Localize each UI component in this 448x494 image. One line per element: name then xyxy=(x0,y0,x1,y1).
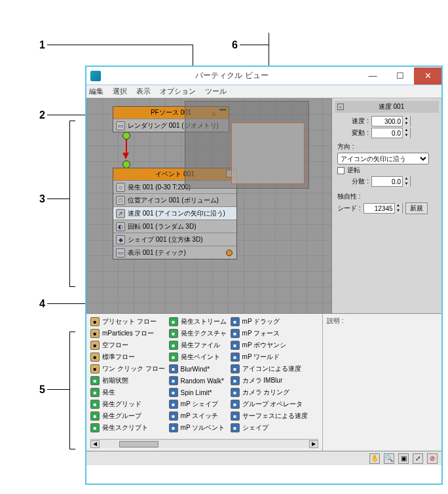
no-zoom-icon[interactable]: ⊘ xyxy=(427,453,438,464)
speed-input[interactable] xyxy=(372,118,402,125)
depot-item[interactable]: ■発生スクリプト xyxy=(90,423,165,433)
depot-item-label: サーフェスによる速度 xyxy=(242,411,308,421)
menu-edit[interactable]: 編集 xyxy=(89,86,103,96)
depot-item[interactable]: ■発生 xyxy=(90,387,165,398)
depot-item[interactable]: ■BlurWind* xyxy=(169,364,227,374)
operator-row[interactable]: ↗速度 001 (アイコンの矢印に沿う) xyxy=(113,206,236,219)
output-port[interactable] xyxy=(122,132,130,140)
depot-item[interactable]: ■mParticles フロー xyxy=(90,328,165,339)
depot-item-label: アイコンによる速度 xyxy=(242,364,301,373)
menu-select[interactable]: 選択 xyxy=(113,86,127,96)
depot-hscrollbar[interactable]: ◀ ▶ xyxy=(90,439,318,448)
props-title: 速度 001 xyxy=(346,102,436,111)
depot-item[interactable]: ■発生グリッド xyxy=(90,399,165,409)
seed-spinner[interactable]: ▲▼ xyxy=(364,203,403,214)
depot-item-label: BlurWind* xyxy=(181,366,210,373)
depot-item-label: mP ボウヤンシ xyxy=(242,341,287,350)
menu-options[interactable]: オプション xyxy=(160,86,196,96)
depot-item[interactable]: ■発生ペイント xyxy=(169,352,227,362)
variation-spinner[interactable]: ▲▼ xyxy=(371,128,411,138)
operator-row[interactable]: ◐回転 001 (ランダム 3D) xyxy=(113,219,236,233)
depot-item[interactable]: ■カメラ IMBlur xyxy=(231,375,308,386)
depot-item-icon: ■ xyxy=(231,388,240,397)
depot-item-icon: ■ xyxy=(90,352,100,362)
speed-spinner[interactable]: ▲▼ xyxy=(371,116,411,126)
depot-item-icon: ■ xyxy=(231,400,240,409)
depot-item[interactable]: ■空フロー xyxy=(90,340,165,351)
zoom-icon[interactable]: 🔍 xyxy=(384,453,394,464)
operator-icon: ◆ xyxy=(116,235,125,244)
depot-item[interactable]: ■初期状態 xyxy=(90,375,165,386)
depot-item-label: シェイプ xyxy=(242,423,269,432)
depot-item[interactable]: ■シェイプ xyxy=(231,423,308,433)
operator-label: 速度 001 (アイコンの矢印に沿う) xyxy=(128,209,225,218)
depot-item[interactable]: ■サーフェスによる速度 xyxy=(231,411,308,421)
depot-item-label: 発生テクスチャ xyxy=(181,329,227,338)
variation-input[interactable] xyxy=(372,130,402,137)
operator-row[interactable]: □位置アイコン 001 (ボリューム) xyxy=(113,193,236,206)
depot-item[interactable]: ■アイコンによる速度 xyxy=(231,364,308,374)
divergence-input[interactable] xyxy=(372,178,402,185)
divergence-spinner[interactable]: ▲▼ xyxy=(371,176,411,187)
depot-item[interactable]: ■発生グループ xyxy=(90,411,165,421)
depot-item[interactable]: ■Random Walk* xyxy=(169,375,227,386)
zoom-region-icon[interactable]: ▣ xyxy=(398,453,409,464)
menu-tools[interactable]: ツール xyxy=(205,86,227,96)
callout-6: 6 xyxy=(232,39,238,51)
depot-item[interactable]: ■発生ファイル xyxy=(169,340,227,351)
depot-item[interactable]: ■カメラ カリング xyxy=(231,387,308,398)
maximize-button[interactable]: ☐ xyxy=(386,67,414,85)
depot-item-label: カメラ カリング xyxy=(242,388,290,397)
reverse-label: 逆転 xyxy=(347,166,360,175)
depot-item[interactable]: ■mP フォース xyxy=(231,328,308,339)
operator-row[interactable]: ▭表示 001 (ティック) xyxy=(113,246,236,259)
depot-item[interactable]: ■Spin Limit* xyxy=(169,387,227,398)
new-seed-button[interactable]: 新規 xyxy=(405,202,428,214)
depot-item-icon: ■ xyxy=(169,317,178,326)
depot-item-icon: ■ xyxy=(231,364,240,373)
depot-item[interactable]: ■発生ストリーム xyxy=(169,316,227,327)
depot-item-label: mP シェイプ xyxy=(181,400,219,409)
depot-item[interactable]: ■プリセット フロー xyxy=(90,316,165,327)
menu-display[interactable]: 表示 xyxy=(136,86,151,96)
depot-item[interactable]: ■mP ドラッグ xyxy=(231,316,308,327)
zoom-extents-icon[interactable]: ⤢ xyxy=(413,453,423,464)
depot-item-icon: ■ xyxy=(90,376,100,385)
depot-item-icon: ■ xyxy=(169,400,178,409)
operator-icon: ◐ xyxy=(116,222,125,231)
collapse-toggle[interactable]: - xyxy=(337,104,344,110)
depot-item[interactable]: ■mP ボウヤンシ xyxy=(231,340,308,351)
depot-item-label: ワン クリック フロー xyxy=(102,364,165,373)
depot-item[interactable]: ■mP ソルベント xyxy=(169,423,227,433)
depot-item-label: 発生ストリーム xyxy=(181,317,227,326)
depot-item[interactable]: ■発生テクスチャ xyxy=(169,328,227,339)
depot-item[interactable]: ■mP シェイプ xyxy=(169,399,227,409)
titlebar[interactable]: パーティクル ビュー — ☐ ✕ xyxy=(86,67,441,85)
operator-row[interactable]: ◆シェイプ 001 (立方体 3D) xyxy=(113,233,236,246)
event-output-dot[interactable] xyxy=(226,250,233,256)
variation-label: 変動 : xyxy=(337,128,369,138)
pan-icon[interactable]: ✋ xyxy=(369,453,380,464)
depot-item-icon: ■ xyxy=(169,329,178,338)
depot-item-icon: ■ xyxy=(169,352,178,362)
depot-item-label: 空フロー xyxy=(102,341,128,350)
close-button[interactable]: ✕ xyxy=(414,67,441,85)
depot-item[interactable]: ■mP ワールド xyxy=(231,352,308,362)
depot-item[interactable]: ■グループ オペレータ xyxy=(231,399,308,409)
depot-item[interactable]: ■mP スイッチ xyxy=(169,411,227,421)
properties-panel: - 速度 001 速度 : ▲▼ 変動 : ▲▼ 方向 : xyxy=(331,98,441,313)
depot-description: 説明 : xyxy=(322,314,441,451)
direction-select[interactable]: アイコンの矢印に沿う xyxy=(337,153,429,164)
minimize-button[interactable]: — xyxy=(359,67,386,85)
depot-item-icon: ■ xyxy=(90,329,100,338)
event-canvas[interactable]: PFソース 001 ☼ ▭ レンダリング 001 (ジオメトリ) イベント 00… xyxy=(86,98,331,313)
depot-item-label: 発生スクリプト xyxy=(102,423,148,432)
operator-label: シェイプ 001 (立方体 3D) xyxy=(128,235,202,244)
callout-1: 1 xyxy=(39,39,45,51)
menubar: 編集 選択 表示 オプション ツール xyxy=(86,85,441,98)
depot-item[interactable]: ■標準フロー xyxy=(90,352,165,362)
depot-item[interactable]: ■ワン クリック フロー xyxy=(90,364,165,374)
seed-input[interactable] xyxy=(364,205,394,212)
reverse-checkbox[interactable] xyxy=(337,167,345,174)
depot-item-icon: ■ xyxy=(231,341,240,350)
